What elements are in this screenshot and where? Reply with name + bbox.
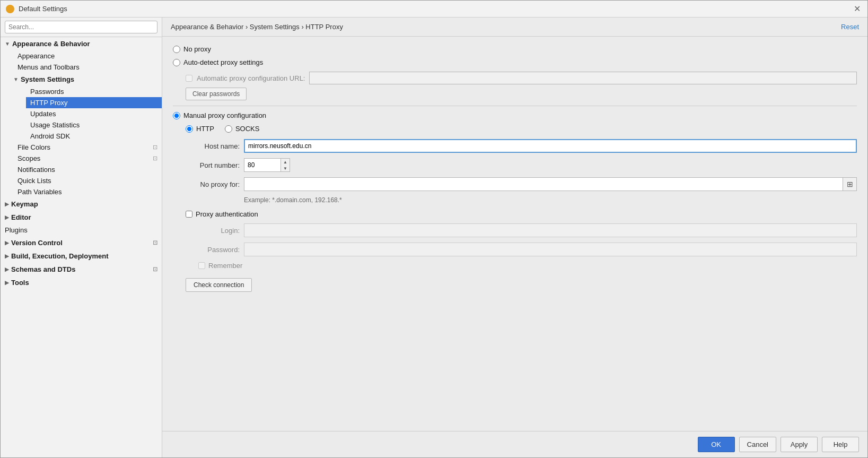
password-input[interactable] bbox=[244, 243, 857, 256]
login-input[interactable] bbox=[244, 223, 857, 237]
login-label: Login: bbox=[186, 227, 244, 235]
sidebar-item-updates[interactable]: Updates bbox=[26, 108, 162, 119]
close-button[interactable]: ✕ bbox=[852, 4, 862, 14]
title-bar-left: Default Settings bbox=[6, 5, 67, 13]
keymap-label: Keymap bbox=[11, 200, 38, 208]
no-proxy-for-row: No proxy for: ⊞ bbox=[173, 177, 857, 191]
schemas-expand-icon bbox=[5, 266, 9, 272]
http-proxy-label: HTTP Proxy bbox=[30, 99, 68, 107]
right-panel: Appearance & Behavior › System Settings … bbox=[162, 18, 867, 457]
sidebar-item-file-colors[interactable]: File Colors ⊡ bbox=[13, 142, 162, 153]
auto-detect-radio[interactable] bbox=[173, 59, 180, 66]
build-expand-icon bbox=[5, 253, 9, 259]
sidebar-item-schemas[interactable]: Schemas and DTDs ⊡ bbox=[1, 263, 162, 276]
keymap-expand-icon bbox=[5, 201, 9, 207]
tools-label: Tools bbox=[11, 279, 29, 287]
auto-proxy-row: Automatic proxy configuration URL: bbox=[186, 72, 857, 84]
sidebar-group-system-settings[interactable]: System Settings bbox=[13, 73, 162, 86]
sidebar-sub-system-settings: Passwords HTTP Proxy Updates Usage Stati… bbox=[13, 86, 162, 142]
panel-header: Appearance & Behavior › System Settings … bbox=[162, 18, 867, 37]
manual-proxy-label[interactable]: Manual proxy configuration bbox=[173, 111, 266, 119]
sidebar-group-appearance-behavior[interactable]: Appearance & Behavior bbox=[1, 37, 162, 50]
sidebar-item-keymap[interactable]: Keymap bbox=[1, 197, 162, 211]
manual-proxy-radio[interactable] bbox=[173, 112, 180, 119]
manual-proxy-text: Manual proxy configuration bbox=[183, 111, 266, 119]
tools-expand-icon bbox=[5, 280, 9, 286]
reset-link[interactable]: Reset bbox=[841, 23, 859, 31]
no-proxy-input[interactable] bbox=[244, 177, 843, 191]
host-name-input[interactable] bbox=[244, 139, 857, 153]
auto-proxy-url-input[interactable] bbox=[309, 72, 857, 84]
socks-type-label[interactable]: SOCKS bbox=[225, 125, 260, 133]
auto-proxy-checkbox[interactable] bbox=[186, 75, 192, 82]
manual-proxy-row: Manual proxy configuration bbox=[173, 111, 857, 119]
port-wrapper: ▲ ▼ bbox=[244, 158, 290, 172]
sidebar-item-passwords[interactable]: Passwords bbox=[26, 86, 162, 97]
proxy-auth-checkbox[interactable] bbox=[186, 211, 192, 218]
editor-label: Editor bbox=[11, 213, 31, 221]
sidebar-item-notifications[interactable]: Notifications bbox=[13, 164, 162, 175]
clear-passwords-button[interactable]: Clear passwords bbox=[186, 88, 247, 100]
socks-radio[interactable] bbox=[225, 125, 232, 133]
usage-statistics-label: Usage Statistics bbox=[30, 121, 80, 129]
auto-detect-label[interactable]: Auto-detect proxy settings bbox=[173, 58, 263, 66]
sidebar: Appearance & Behavior Appearance Menus a… bbox=[1, 18, 162, 457]
no-proxy-text: No proxy bbox=[183, 45, 211, 53]
port-input[interactable] bbox=[244, 158, 281, 172]
sidebar-item-usage-statistics[interactable]: Usage Statistics bbox=[26, 119, 162, 131]
file-colors-icon: ⊡ bbox=[153, 144, 157, 151]
ok-button[interactable]: OK bbox=[698, 437, 735, 452]
clear-passwords-container: Clear passwords bbox=[186, 88, 857, 100]
panel-body: No proxy Auto-detect proxy settings Auto… bbox=[162, 37, 867, 431]
plugins-label: Plugins bbox=[5, 226, 28, 234]
sidebar-item-editor[interactable]: Editor bbox=[1, 211, 162, 224]
notifications-label: Notifications bbox=[17, 166, 55, 174]
http-radio[interactable] bbox=[186, 125, 193, 133]
help-button[interactable]: Help bbox=[822, 437, 859, 452]
proxy-type-row: HTTP SOCKS bbox=[173, 125, 857, 133]
no-proxy-expand-btn[interactable]: ⊞ bbox=[843, 177, 857, 191]
sidebar-item-path-variables[interactable]: Path Variables bbox=[13, 186, 162, 197]
appearance-label: Appearance bbox=[17, 52, 55, 60]
sidebar-item-android-sdk[interactable]: Android SDK bbox=[26, 131, 162, 142]
spinner-down[interactable]: ▼ bbox=[281, 165, 290, 171]
no-proxy-label[interactable]: No proxy bbox=[173, 45, 211, 53]
proxy-auth-label: Proxy authentication bbox=[196, 210, 258, 218]
sidebar-item-scopes[interactable]: Scopes ⊡ bbox=[13, 153, 162, 164]
system-settings-expand-icon bbox=[13, 76, 19, 82]
bottom-bar: OK Cancel Apply Help bbox=[162, 431, 867, 457]
android-sdk-label: Android SDK bbox=[30, 132, 70, 140]
breadcrumb: Appearance & Behavior › System Settings … bbox=[171, 23, 343, 31]
sidebar-item-version-control[interactable]: Version Control ⊡ bbox=[1, 236, 162, 249]
sidebar-item-appearance[interactable]: Appearance bbox=[13, 50, 162, 62]
http-text: HTTP bbox=[196, 125, 214, 133]
password-row: Password: bbox=[173, 243, 857, 256]
apply-button[interactable]: Apply bbox=[781, 437, 818, 452]
search-input[interactable] bbox=[5, 21, 157, 33]
remember-checkbox[interactable] bbox=[198, 262, 205, 269]
updates-label: Updates bbox=[30, 110, 56, 118]
no-proxy-radio[interactable] bbox=[173, 46, 180, 53]
sidebar-item-build-exec[interactable]: Build, Execution, Deployment bbox=[1, 249, 162, 263]
spinner-up[interactable]: ▲ bbox=[281, 159, 290, 165]
port-number-label: Port number: bbox=[186, 161, 244, 169]
app-icon bbox=[6, 5, 14, 13]
sidebar-item-menus-toolbars[interactable]: Menus and Toolbars bbox=[13, 62, 162, 73]
no-proxy-row: No proxy bbox=[173, 45, 857, 53]
sidebar-item-http-proxy[interactable]: HTTP Proxy bbox=[26, 97, 162, 108]
no-proxy-for-label: No proxy for: bbox=[186, 180, 244, 188]
cancel-button[interactable]: Cancel bbox=[739, 437, 776, 452]
port-spinner: ▲ ▼ bbox=[281, 158, 290, 172]
sidebar-item-tools[interactable]: Tools bbox=[1, 276, 162, 289]
auto-proxy-section: Automatic proxy configuration URL: Clear… bbox=[173, 72, 857, 100]
scopes-icon: ⊡ bbox=[153, 155, 157, 162]
quick-lists-label: Quick Lists bbox=[17, 177, 51, 185]
expand-icon bbox=[5, 41, 10, 47]
scopes-label: Scopes bbox=[17, 154, 40, 162]
sidebar-item-plugins[interactable]: Plugins bbox=[1, 224, 162, 236]
check-connection-button[interactable]: Check connection bbox=[186, 278, 252, 292]
http-type-label[interactable]: HTTP bbox=[186, 125, 214, 133]
auto-proxy-config-label: Automatic proxy configuration URL: bbox=[197, 74, 305, 82]
auto-detect-text: Auto-detect proxy settings bbox=[183, 58, 263, 66]
sidebar-item-quick-lists[interactable]: Quick Lists bbox=[13, 175, 162, 186]
